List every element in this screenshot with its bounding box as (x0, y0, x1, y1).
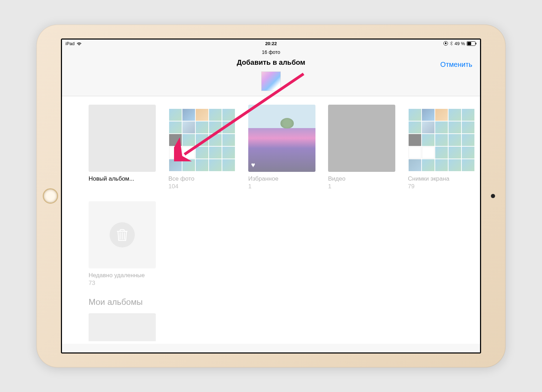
album-name-label: Снимки экрана (408, 175, 475, 182)
battery-percentage: 49 % (454, 41, 465, 46)
device-label: iPad (65, 41, 75, 46)
modal-title: Добавить в альбом (62, 58, 480, 66)
album-screenshots[interactable]: Снимки экрана 79 (408, 105, 475, 190)
trash-icon (117, 229, 128, 241)
album-count-label: 79 (408, 183, 475, 190)
album-videos[interactable]: Видео 1 (328, 105, 395, 190)
new-album-placeholder-thumb (89, 105, 156, 172)
album-thumb (89, 201, 156, 268)
wifi-icon (76, 41, 82, 46)
album-count-label: 73 (89, 280, 156, 287)
album-new[interactable]: Новый альбом... (89, 105, 156, 190)
modal-header: 16 фото Добавить в альбом Отменить (62, 47, 480, 96)
cancel-button[interactable]: Отменить (440, 61, 472, 69)
album-thumb: ♥ (248, 105, 315, 172)
album-item-partial[interactable] (89, 313, 156, 341)
album-thumb (328, 105, 395, 172)
clock: 20:22 (265, 41, 277, 46)
album-count-label: 1 (328, 183, 395, 190)
section-my-albums-title: Мои альбомы (89, 297, 470, 307)
album-thumb (168, 105, 236, 172)
album-all-photos[interactable]: Все фото 104 (168, 105, 236, 190)
screen: iPad 20:22 49 % (62, 40, 480, 352)
battery-icon (467, 41, 477, 46)
photo-count-label: 16 фото (62, 49, 480, 55)
ipad-device-frame: iPad 20:22 49 % (36, 24, 506, 368)
album-count-label: 104 (168, 183, 236, 190)
album-count-label: 1 (248, 183, 315, 190)
status-bar: iPad 20:22 49 % (62, 40, 480, 47)
album-name-label: Видео (328, 175, 395, 182)
heart-icon: ♥ (251, 161, 255, 169)
album-name-label: Недавно удаленные (89, 272, 156, 279)
album-thumb (408, 105, 475, 172)
album-picker-content: Новый альбом... Все фото 104 (62, 96, 480, 344)
album-name-label: Новый альбом... (89, 175, 156, 182)
svg-rect-2 (467, 42, 471, 45)
album-thumb (89, 313, 156, 341)
bluetooth-icon (450, 41, 453, 46)
album-favorites[interactable]: ♥ Избранное 1 (248, 105, 315, 190)
home-button[interactable] (43, 188, 58, 204)
album-name-label: Все фото (168, 175, 236, 182)
album-recently-deleted[interactable]: Недавно удаленные 73 (89, 201, 156, 287)
svg-rect-3 (476, 43, 477, 44)
rotation-lock-icon (443, 41, 448, 46)
album-name-label: Избранное (248, 175, 315, 182)
front-camera (491, 194, 495, 198)
selection-preview-thumbnail (261, 71, 281, 91)
